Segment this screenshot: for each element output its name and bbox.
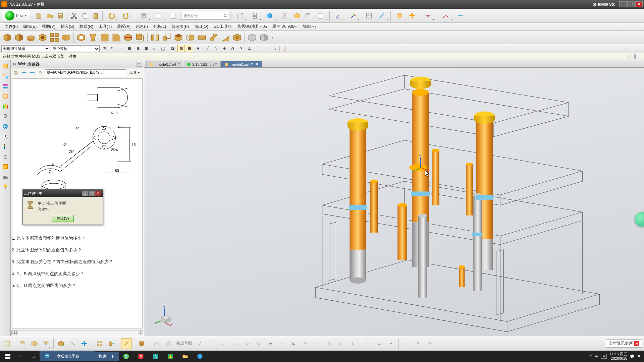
point-icon[interactable]: ▼	[421, 11, 435, 21]
dialog-maximize-button[interactable]: □	[89, 191, 95, 196]
sel-clipboard-icon[interactable]: 📋	[281, 45, 288, 52]
feature-more2-icon[interactable]	[259, 32, 269, 43]
sk-dim-icon[interactable]: ↔	[362, 338, 373, 349]
menu-info[interactable]: 信息(I)	[133, 23, 150, 31]
grid-icon[interactable]	[364, 11, 374, 21]
panel-hscrollbar[interactable]: ◂ ▸	[11, 330, 144, 336]
constraint-navigator-icon[interactable]	[1, 82, 10, 90]
sk-trim-icon[interactable]: ✂	[300, 338, 311, 349]
tab-model1[interactable]: _model1.prt⊏✕	[221, 61, 262, 67]
sk-chamfer-icon[interactable]: ◣	[288, 338, 299, 349]
snap-point-icon[interactable]: ·	[263, 45, 270, 52]
panel-settings-icon[interactable]: ⚙	[13, 62, 16, 66]
sel-rect-icon[interactable]: ▭	[151, 45, 158, 52]
tray-clock[interactable]: 11:15 周三 2020/9/16	[609, 352, 627, 361]
layout-single-icon[interactable]	[629, 54, 635, 59]
new-file-icon[interactable]	[34, 11, 44, 21]
view-triad[interactable]: z x y	[154, 306, 174, 326]
wcs-icon[interactable]: ▼	[331, 11, 345, 21]
sk-ellipse-icon[interactable]: ⬭	[241, 338, 252, 349]
menu-gctoolbox[interactable]: GC工具箱	[211, 23, 234, 31]
dialog-minimize-button[interactable]: _	[82, 191, 88, 196]
sk-rect-icon[interactable]: ▭	[230, 338, 240, 349]
pattern-feature-icon[interactable]	[94, 338, 105, 349]
scroll-left-icon[interactable]: ◂	[11, 330, 17, 335]
sel-lasso-icon[interactable]: ◯	[159, 45, 167, 52]
sk-pattern-icon[interactable]: ⁞	[347, 338, 358, 349]
sel-face-icon[interactable]: ◪	[169, 45, 176, 52]
web-browser-icon[interactable]	[1, 122, 10, 131]
cut-icon[interactable]	[69, 11, 79, 21]
knowledge-icon[interactable]	[1, 182, 10, 191]
nav-forward-icon[interactable]: ⟶	[29, 69, 36, 76]
feature-blend-icon[interactable]	[99, 32, 110, 43]
measure-icon[interactable]: ▼	[375, 11, 389, 21]
feature-trim-icon[interactable]	[123, 32, 133, 43]
snap-center-icon[interactable]: ⊙	[221, 45, 228, 52]
nav-refresh-icon[interactable]: ⟳	[37, 69, 44, 76]
cortana-icon[interactable]: ○	[14, 351, 27, 361]
tab-913[interactable]: 9.13(1)(2).prt⊏	[184, 61, 221, 67]
menu-xingkong[interactable]: 星空 V6.936F	[270, 23, 300, 31]
save-icon[interactable]	[55, 11, 65, 21]
sk-fillet-icon[interactable]: ⌐	[277, 338, 287, 349]
snap-nearest-icon[interactable]: ↘	[271, 45, 278, 52]
sel-highlight-icon[interactable]: ▦	[126, 45, 133, 52]
menu-help[interactable]: 帮助(H)	[300, 23, 319, 31]
viewport[interactable]: z z x y	[144, 68, 644, 336]
taskbar-teal-app-icon[interactable]: A	[148, 351, 163, 361]
sk-arc-icon[interactable]: ⌒	[206, 338, 217, 349]
nav-tools-button[interactable]: 工具 ▾	[127, 69, 142, 76]
curve-spline-icon[interactable]	[151, 338, 162, 349]
redo-icon[interactable]	[119, 11, 133, 21]
task-view-icon[interactable]: ▭	[27, 351, 40, 361]
dimension-icon[interactable]: ▼	[453, 11, 468, 21]
start-button[interactable]: 启动 ▼	[2, 10, 30, 21]
menu-preferences[interactable]: 首选项(P)	[169, 23, 192, 31]
process-studio-icon[interactable]	[1, 162, 10, 171]
part-navigator-icon[interactable]	[1, 62, 10, 70]
transparency-icon[interactable]	[292, 11, 302, 21]
realtime-news-button[interactable]: 实时资讯更新 N	[606, 339, 642, 348]
reuse-library-icon[interactable]	[1, 92, 10, 101]
menu-insert[interactable]: 插入(S)	[58, 23, 77, 31]
sel-body-icon[interactable]: ▩	[177, 45, 185, 52]
sel-snap-icon[interactable]: ✱	[194, 45, 202, 52]
tray-notification-icon[interactable]: 💬	[630, 354, 635, 359]
tray-expand-icon[interactable]: ˄	[590, 354, 592, 359]
feature-revolve-icon[interactable]	[25, 32, 36, 43]
sk-intersect-icon[interactable]: ✕	[413, 338, 423, 349]
taskbar-red-app-icon[interactable]	[133, 351, 148, 361]
sk-constraint-icon[interactable]: ⊥	[374, 338, 385, 349]
menu-file[interactable]: 文件(F)	[2, 23, 20, 31]
menu-analysis[interactable]: 分析(L)	[151, 23, 169, 31]
analysis-icon[interactable]: ▼	[439, 11, 453, 21]
wireframe-icon[interactable]: ▼	[277, 11, 291, 21]
taskbar-nx-icon[interactable]	[163, 351, 178, 361]
feature-mirror-icon[interactable]	[150, 32, 160, 43]
sketch-create-icon[interactable]	[2, 338, 13, 349]
feature-hole-icon[interactable]	[37, 32, 48, 43]
sk-convert-icon[interactable]: ⟳	[424, 338, 435, 349]
dialog-stop-button[interactable]: 停止(S)	[52, 215, 74, 222]
layout-split-icon[interactable]	[635, 54, 641, 59]
snap-tangent-icon[interactable]: ⌒	[254, 45, 262, 52]
color-bar-icon[interactable]	[1, 142, 10, 151]
close-button[interactable]: ✕	[635, 1, 643, 7]
nav-back-icon[interactable]: ⟵	[21, 69, 28, 76]
datum-csys-icon[interactable]: ▼	[346, 11, 360, 21]
menu-edit[interactable]: 编辑(E)	[20, 23, 39, 31]
sk-slot-icon[interactable]: ⬬	[265, 338, 276, 349]
feature-split-icon[interactable]	[173, 32, 184, 43]
move-face-icon[interactable]	[106, 338, 117, 349]
feature-thicken-icon[interactable]	[197, 32, 207, 43]
menu-window[interactable]: 窗口(O)	[192, 23, 211, 31]
sk-circle-icon[interactable]: ○	[218, 338, 229, 349]
snap-endpoint-icon[interactable]: ╱	[204, 45, 211, 52]
roles-icon[interactable]	[1, 152, 10, 161]
start-menu-icon[interactable]	[1, 351, 14, 361]
sel-uparrow-icon[interactable]: ↑	[117, 45, 125, 52]
feature-pattern-icon[interactable]	[49, 32, 60, 43]
undo-icon[interactable]: ▼	[104, 11, 118, 21]
expression-icon[interactable]: ▼	[392, 11, 407, 21]
